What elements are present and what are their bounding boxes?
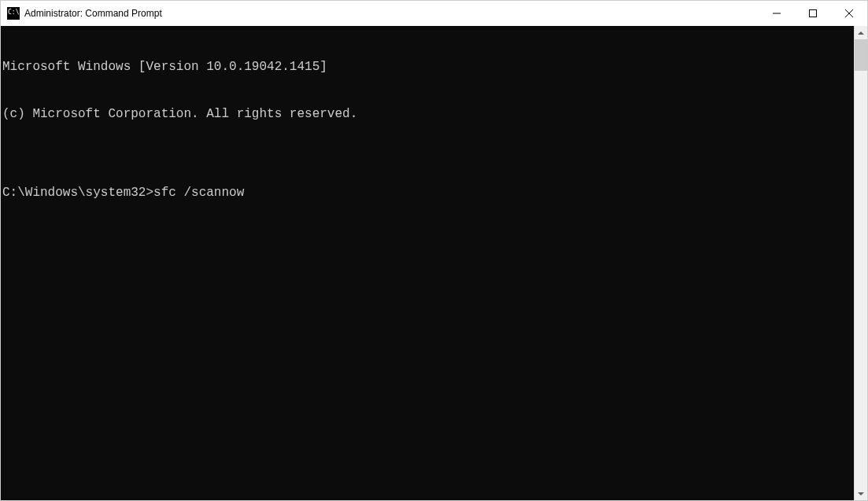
vertical-scrollbar[interactable] (854, 26, 867, 500)
chevron-up-icon (858, 30, 864, 36)
prompt-path: C:\Windows\system32> (2, 185, 153, 201)
command-prompt-window: Administrator: Command Prompt Mic (0, 0, 868, 501)
scroll-thumb[interactable] (855, 39, 867, 71)
copyright-line: (c) Microsoft Corporation. All rights re… (2, 106, 854, 122)
minimize-button[interactable] (759, 1, 795, 26)
scroll-down-button[interactable] (855, 487, 867, 500)
cmd-icon (7, 7, 20, 20)
close-button[interactable] (831, 1, 867, 26)
maximize-icon (809, 9, 817, 17)
window-controls (759, 1, 867, 26)
titlebar[interactable]: Administrator: Command Prompt (1, 1, 867, 26)
window-title: Administrator: Command Prompt (24, 8, 759, 19)
prompt-line: C:\Windows\system32>sfc /scannow (2, 185, 854, 201)
terminal-output[interactable]: Microsoft Windows [Version 10.0.19042.14… (1, 26, 854, 500)
chevron-down-icon (858, 491, 864, 497)
close-icon (845, 9, 853, 17)
maximize-button[interactable] (795, 1, 831, 26)
content-area: Microsoft Windows [Version 10.0.19042.14… (1, 26, 867, 500)
svg-rect-0 (773, 13, 781, 14)
command-input[interactable]: sfc /scannow (153, 185, 244, 201)
scroll-up-button[interactable] (855, 26, 867, 39)
svg-rect-1 (810, 10, 817, 17)
minimize-icon (773, 9, 781, 17)
scroll-track[interactable] (855, 39, 867, 487)
version-line: Microsoft Windows [Version 10.0.19042.14… (2, 59, 854, 75)
